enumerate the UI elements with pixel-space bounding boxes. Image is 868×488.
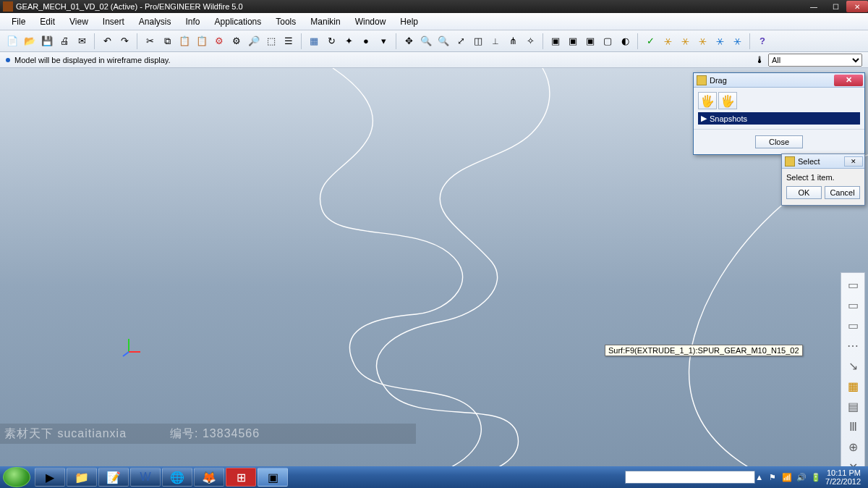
rt-icon-6[interactable]: ▦ (843, 377, 863, 395)
tray-flag-icon[interactable]: ⚑ (767, 472, 778, 482)
shade-icon[interactable]: ● (358, 33, 374, 49)
new-icon[interactable]: 📄 (4, 33, 20, 49)
select-dialog-close-icon[interactable]: ✕ (844, 156, 863, 167)
status-message: Model will be displayed in wireframe dis… (14, 56, 171, 64)
menu-tools[interactable]: Tools (268, 15, 303, 28)
task-explorer-icon[interactable]: 📁 (67, 468, 97, 487)
rt-icon-8[interactable]: Ⅲ (843, 418, 863, 435)
save-icon[interactable]: 💾 (39, 33, 55, 49)
window2-icon[interactable]: ▣ (565, 33, 581, 49)
mech2-icon[interactable]: ⚹ (660, 33, 676, 49)
rt-icon-2[interactable]: ▭ (843, 296, 863, 314)
snapshots-header[interactable]: ▶ Snapshots (698, 112, 860, 125)
drag-dialog-titlebar[interactable]: Drag ✕ (694, 73, 864, 88)
start-button[interactable] (3, 467, 30, 487)
mail-icon[interactable]: ✉ (74, 33, 90, 49)
drag-close-button[interactable]: Close (755, 135, 803, 148)
maximize-button[interactable]: ☐ (825, 1, 846, 12)
rt-icon-1[interactable]: ▭ (843, 276, 863, 293)
select-dialog-titlebar[interactable]: Select ✕ (782, 154, 864, 169)
task-proe-icon[interactable]: ▣ (258, 468, 288, 487)
datum-point-icon[interactable]: ⋔ (505, 33, 521, 49)
window3-icon[interactable]: ▣ (582, 33, 598, 49)
find-icon[interactable]: 🔎 (246, 33, 262, 49)
mech4-icon[interactable]: ⚹ (694, 33, 710, 49)
filter-select[interactable]: All (768, 54, 862, 67)
window4-icon[interactable]: ▢ (600, 33, 616, 49)
select-ok-button[interactable]: OK (786, 186, 822, 199)
datum-axis-icon[interactable]: ⟂ (488, 33, 503, 49)
tray-battery-icon[interactable]: 🔋 (811, 472, 821, 482)
task-red-icon[interactable]: ⊞ (226, 468, 256, 487)
drag-hand-icon[interactable]: 🖐 (698, 92, 717, 109)
window5-icon[interactable]: ◐ (617, 33, 633, 49)
rt-icon-9[interactable]: ⊕ (843, 438, 863, 455)
view-icon[interactable]: ▦ (306, 33, 322, 49)
undo-icon[interactable]: ↶ (99, 33, 115, 49)
zoom-in-icon[interactable]: 🔍 (418, 33, 434, 49)
tray-expand-icon[interactable]: ▲ (755, 473, 763, 481)
surface-tooltip: Surf:F9(EXTRUDE_1_1):SPUR_GEAR_M10_N15_0… (605, 345, 803, 356)
menu-insert[interactable]: Insert (95, 15, 132, 28)
task-media-icon[interactable]: ▶ (35, 468, 65, 487)
menu-edit[interactable]: Edit (33, 15, 62, 28)
select-cancel-button[interactable]: Cancel (825, 186, 860, 199)
taskbar[interactable]: ▶ 📁 📝 W 🌐 🦊 ⊞ ▣ ▲ ⚑ 📶 🔊 🔋 10:11 PM 7/22/… (0, 466, 868, 488)
menu-window[interactable]: Window (348, 15, 393, 28)
help-icon[interactable]: ? (754, 33, 770, 49)
menu-help[interactable]: Help (393, 15, 425, 28)
window1-icon[interactable]: ▣ (548, 33, 563, 49)
task-globe-icon[interactable]: 🌐 (162, 468, 192, 487)
clock-time[interactable]: 10:11 PM (825, 468, 861, 477)
display-dropdown-icon[interactable]: ▾ (375, 33, 391, 49)
orient-icon[interactable]: ✦ (341, 33, 357, 49)
select-dialog[interactable]: Select ✕ Select 1 item. OK Cancel (781, 153, 865, 206)
copy-icon[interactable]: ⧉ (159, 33, 175, 49)
pan-icon[interactable]: ✥ (401, 33, 417, 49)
menu-view[interactable]: View (62, 15, 95, 28)
menu-file[interactable]: File (4, 15, 33, 28)
spin-icon[interactable]: ↻ (323, 33, 339, 49)
datum-plane-icon[interactable]: ◫ (470, 33, 486, 49)
close-button[interactable]: ✕ (846, 1, 868, 12)
open-icon[interactable]: 📂 (22, 33, 38, 49)
toolbar: 📄 📂 💾 🖨 ✉ ↶ ↷ ✂ ⧉ 📋 📋 ⚙ ⚙ 🔎 ⬚ ☰ ▦ ↻ ✦ ● … (0, 30, 868, 52)
select-dialog-prompt: Select 1 item. (782, 169, 864, 185)
rt-icon-4[interactable]: ⋯ (843, 337, 863, 354)
zoom-out-icon[interactable]: 🔍 (435, 33, 451, 49)
cut-icon[interactable]: ✂ (142, 33, 158, 49)
clock-date[interactable]: 7/22/2012 (825, 477, 861, 486)
menu-manikin[interactable]: Manikin (303, 15, 347, 28)
rt-icon-5[interactable]: ↘ (843, 357, 863, 374)
redo-icon[interactable]: ↷ (116, 33, 132, 49)
mech-icon[interactable]: ✓ (642, 33, 658, 49)
layers-icon[interactable]: ☰ (281, 33, 297, 49)
tray-volume-icon[interactable]: 🔊 (796, 472, 807, 482)
menu-info[interactable]: Info (179, 15, 208, 28)
settings-icon[interactable]: ⚙ (229, 33, 244, 49)
tray-network-icon[interactable]: 📶 (782, 472, 792, 482)
task-notes-icon[interactable]: 📝 (98, 468, 129, 487)
zoom-fit-icon[interactable]: ⤢ (453, 33, 469, 49)
mech5-icon[interactable]: ⚹ (712, 33, 728, 49)
task-word-icon[interactable]: W (130, 468, 161, 487)
paste-icon[interactable]: 📋 (176, 33, 192, 49)
snapshots-expand-icon: ▶ (701, 114, 707, 123)
tray-input[interactable] (625, 471, 755, 484)
task-firefox-icon[interactable]: 🦊 (194, 468, 224, 487)
drag-dialog[interactable]: Drag ✕ 🖐 🖐 ▶ Snapshots Close (693, 72, 865, 155)
minimize-button[interactable]: — (803, 1, 825, 12)
drag-hand-move-icon[interactable]: 🖐 (718, 92, 737, 109)
rt-icon-7[interactable]: ▤ (843, 397, 863, 415)
mech6-icon[interactable]: ⚹ (729, 33, 745, 49)
mech3-icon[interactable]: ⚹ (677, 33, 693, 49)
regen-icon[interactable]: ⚙ (211, 33, 227, 49)
csys-icon[interactable]: ✧ (522, 33, 538, 49)
menu-applications[interactable]: Applications (208, 15, 269, 28)
print-icon[interactable]: 🖨 (56, 33, 72, 49)
select-icon[interactable]: ⬚ (263, 33, 279, 49)
drag-dialog-close-icon[interactable]: ✕ (834, 75, 863, 86)
paste-special-icon[interactable]: 📋 (194, 33, 210, 49)
rt-icon-3[interactable]: ▭ (843, 316, 863, 334)
menu-analysis[interactable]: Analysis (132, 15, 179, 28)
